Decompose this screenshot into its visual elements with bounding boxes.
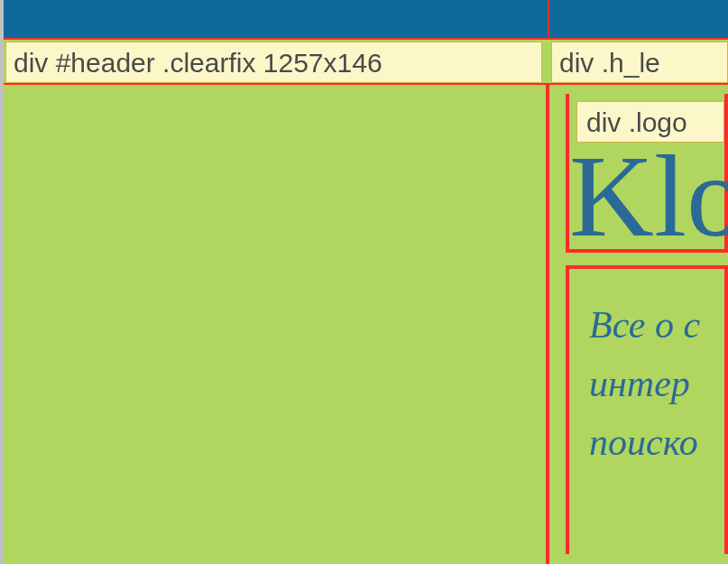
logo-region[interactable]: div .logo Klo — [566, 94, 728, 253]
right-column: div .logo Klo Все о с интер поиско — [549, 85, 728, 564]
description-region[interactable]: Все о с интер поиско — [566, 265, 728, 554]
description-line: Все о с — [589, 296, 715, 355]
inspector-viewport: div #header .clearfix 1257x146 div .h_le… — [0, 0, 728, 564]
description-line: интер — [589, 355, 715, 413]
description-line: поиско — [589, 413, 715, 472]
inspector-label-header[interactable]: div #header .clearfix 1257x146 — [5, 42, 542, 83]
site-logo-text: Klo — [569, 137, 728, 254]
inspector-label-hleft[interactable]: div .h_le — [551, 42, 728, 83]
top-bar-left — [4, 0, 549, 38]
header-region[interactable] — [4, 85, 549, 564]
content-row: div .logo Klo Все о с интер поиско — [4, 85, 728, 564]
inspector-labels-row: div #header .clearfix 1257x146 div .h_le — [4, 40, 728, 85]
top-bar-right — [549, 0, 728, 38]
top-bar — [4, 0, 728, 40]
